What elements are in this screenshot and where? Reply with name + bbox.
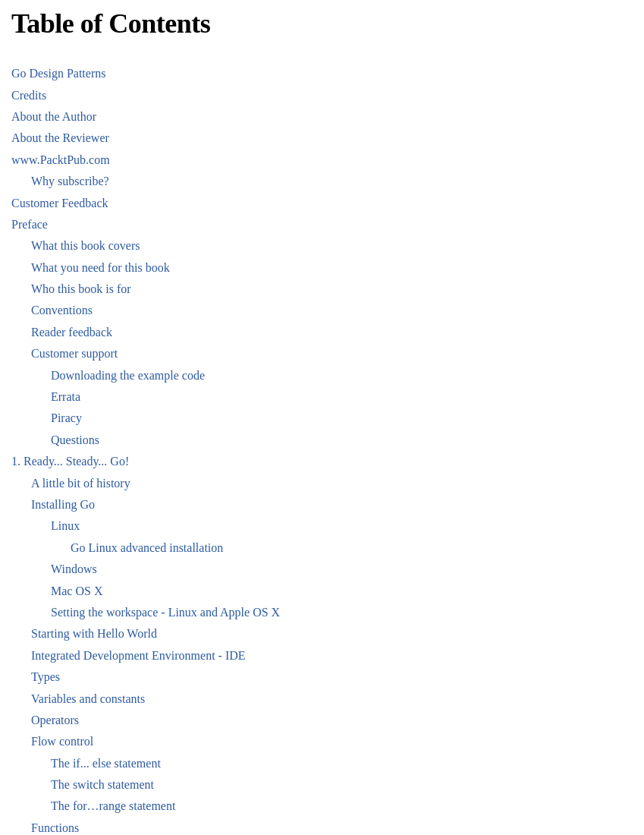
list-item: Downloading the example code [51, 365, 633, 386]
toc-link-21[interactable]: Linux [51, 519, 80, 532]
list-item: Customer support [31, 343, 633, 364]
list-item: Why subscribe? [31, 171, 633, 192]
toc-link-31[interactable]: Flow control [31, 735, 93, 748]
toc-link-4[interactable]: www.PacktPub.com [11, 153, 110, 166]
list-item: About the Author [11, 106, 633, 128]
list-item: Mac OS X [51, 581, 633, 602]
toc-link-14[interactable]: Downloading the example code [51, 369, 205, 382]
toc-link-10[interactable]: Who this book is for [31, 282, 131, 295]
list-item: Installing Go [31, 494, 633, 515]
toc-link-32[interactable]: The if... else statement [51, 757, 161, 770]
toc-link-15[interactable]: Errata [51, 390, 80, 403]
list-item: Setting the workspace - Linux and Apple … [51, 602, 633, 623]
list-item: Linux [51, 515, 633, 537]
list-item: 1. Ready... Steady... Go! [11, 451, 633, 472]
list-item: Flow control [31, 731, 633, 752]
list-item: Errata [51, 386, 633, 408]
list-item: Customer Feedback [11, 193, 633, 214]
toc-link-2[interactable]: About the Author [11, 110, 96, 123]
toc-link-7[interactable]: Preface [11, 218, 48, 231]
toc-link-17[interactable]: Questions [51, 433, 99, 446]
list-item: Questions [51, 430, 633, 451]
list-item: Functions [31, 818, 633, 835]
list-item: The switch statement [51, 774, 633, 796]
toc-link-34[interactable]: The for…range statement [51, 799, 175, 812]
toc-link-25[interactable]: Setting the workspace - Linux and Apple … [51, 606, 280, 619]
toc-link-35[interactable]: Functions [31, 821, 79, 834]
list-item: Go Linux advanced installation [71, 537, 633, 559]
toc-link-0[interactable]: Go Design Patterns [11, 67, 105, 80]
list-item: The if... else statement [51, 753, 633, 774]
list-item: Windows [51, 559, 633, 580]
list-item: The for…range statement [51, 796, 633, 817]
toc-link-33[interactable]: The switch statement [51, 778, 154, 791]
toc-link-9[interactable]: What you need for this book [31, 261, 170, 274]
list-item: Types [31, 666, 633, 688]
toc-link-22[interactable]: Go Linux advanced installation [71, 541, 223, 554]
toc-link-20[interactable]: Installing Go [31, 498, 95, 511]
list-item: Piracy [51, 408, 633, 429]
list-item: Go Design Patterns [11, 63, 633, 84]
list-item: Credits [11, 85, 633, 106]
toc-link-5[interactable]: Why subscribe? [31, 175, 109, 187]
toc-link-6[interactable]: Customer Feedback [11, 197, 108, 210]
toc-link-23[interactable]: Windows [51, 562, 97, 575]
toc-link-28[interactable]: Types [31, 670, 60, 683]
list-item: Reader feedback [31, 322, 633, 343]
list-item: About the Reviewer [11, 128, 633, 149]
toc-link-27[interactable]: Integrated Development Environment - IDE [31, 649, 246, 662]
list-item: Preface [11, 214, 633, 235]
toc-link-3[interactable]: About the Reviewer [11, 131, 109, 144]
toc-link-1[interactable]: Credits [11, 89, 46, 102]
toc-link-19[interactable]: A little bit of history [31, 477, 130, 490]
list-item: Conventions [31, 300, 633, 321]
list-item: Integrated Development Environment - IDE [31, 645, 633, 666]
list-item: www.PacktPub.com [11, 150, 633, 171]
list-item: Operators [31, 710, 633, 731]
toc-link-26[interactable]: Starting with Hello World [31, 627, 157, 640]
toc-link-16[interactable]: Piracy [51, 411, 82, 424]
list-item: What this book covers [31, 235, 633, 257]
toc-link-30[interactable]: Operators [31, 714, 79, 726]
toc-link-29[interactable]: Variables and constants [31, 692, 145, 705]
toc-link-24[interactable]: Mac OS X [51, 584, 102, 597]
toc-link-13[interactable]: Customer support [31, 347, 118, 360]
toc-link-18[interactable]: 1. Ready... Steady... Go! [11, 455, 129, 468]
toc-link-8[interactable]: What this book covers [31, 239, 140, 252]
page-title: Table of Contents [11, 8, 633, 40]
toc-list: Go Design PatternsCreditsAbout the Autho… [11, 63, 633, 835]
list-item: A little bit of history [31, 473, 633, 494]
list-item: Who this book is for [31, 279, 633, 300]
list-item: Variables and constants [31, 688, 633, 710]
toc-link-12[interactable]: Reader feedback [31, 326, 112, 339]
toc-link-11[interactable]: Conventions [31, 304, 93, 317]
list-item: Starting with Hello World [31, 623, 633, 644]
list-item: What you need for this book [31, 257, 633, 279]
